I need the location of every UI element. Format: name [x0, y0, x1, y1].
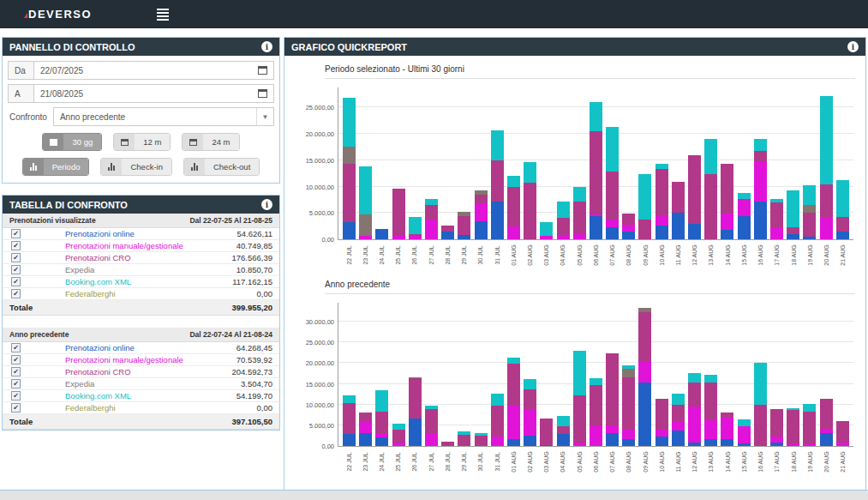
x-tick-label: 31 JUL	[494, 245, 500, 264]
comparison-table-panel: TABELLA DI CONFRONTO Prenotazioni visual…	[2, 195, 280, 431]
bar-11-aug	[672, 303, 685, 446]
section-name: Anno precedente	[9, 330, 69, 339]
bar-segment	[606, 127, 619, 172]
bar-segment	[754, 363, 767, 404]
row-checkbox[interactable]: ✔	[11, 391, 21, 401]
bar-segment	[375, 390, 388, 412]
row-checkbox[interactable]: ✔	[11, 379, 21, 389]
section-period: Dal 22-07-24 Al 21-08-24	[189, 330, 272, 339]
x-tick-label: 25 JUL	[395, 245, 401, 264]
left-column: PANNELLO DI CONTROLLO Da A	[2, 37, 280, 491]
bar-10-aug	[655, 303, 668, 446]
bar-segment	[557, 426, 570, 433]
bar-segment	[475, 203, 488, 220]
row-checkbox[interactable]: ✔	[11, 343, 21, 352]
bar-segment	[590, 378, 602, 384]
bar-14-aug	[721, 87, 733, 239]
table-row: ✔Prenotazioni online64.268,45	[3, 342, 279, 354]
bar-segment	[820, 399, 833, 429]
bar-segment	[770, 443, 783, 446]
bar-20-aug	[820, 87, 833, 239]
bar-segment	[738, 443, 751, 446]
row-checkbox[interactable]: ✔	[11, 277, 21, 286]
calendar-icon[interactable]	[258, 89, 267, 98]
bar-segment	[491, 160, 504, 202]
range-button-24m[interactable]: 24 m	[182, 133, 239, 151]
bar-segment	[688, 373, 701, 383]
calendar-icon	[183, 134, 203, 150]
chevron-down-icon: ▼	[256, 108, 273, 125]
bar-07-aug	[606, 87, 619, 239]
bar-segment	[836, 232, 849, 239]
bar-segment	[590, 131, 602, 214]
row-checkbox[interactable]: ✔	[11, 403, 21, 413]
bar-segment	[704, 375, 717, 383]
x-tick-label: 10 AUG	[658, 244, 664, 266]
row-checkbox[interactable]: ✔	[11, 253, 21, 262]
bar-12-aug	[688, 303, 701, 446]
bar-31-jul	[491, 303, 504, 446]
bar-24-jul	[375, 87, 388, 239]
date-from-input[interactable]	[34, 66, 258, 75]
table-row: ✔Prenotazioni manuale/gestionale40.749,8…	[3, 240, 279, 252]
info-icon[interactable]	[847, 41, 859, 52]
x-tick-label: 12 AUG	[691, 451, 697, 473]
compare-select[interactable]: Anno precedente ▼	[53, 107, 274, 126]
brand-text: DEVERSO	[28, 8, 92, 21]
x-tick-label: 03 AUG	[543, 244, 549, 266]
bar-segment	[557, 434, 570, 446]
x-tick-label: 13 AUG	[708, 244, 714, 266]
calendar-icon[interactable]	[258, 66, 267, 75]
table-row: ✔Federalberghi0,00	[3, 402, 279, 414]
compare-row: Confronto Anno precedente ▼	[8, 107, 274, 126]
bar-segment	[622, 214, 635, 225]
bar-segment	[770, 202, 783, 228]
x-tick-label: 02 AUG	[527, 244, 533, 266]
bar-08-aug	[622, 87, 635, 239]
bar-segment	[359, 422, 372, 434]
bar-01-aug	[507, 303, 520, 446]
x-tick-label: 04 AUG	[560, 244, 566, 266]
bar-segment	[524, 162, 536, 182]
bar-segment	[622, 232, 635, 239]
table-row: ✔Booking.com XML54.199,70	[3, 390, 279, 402]
row-checkbox[interactable]: ✔	[11, 265, 21, 274]
total-label: Totale	[9, 417, 33, 426]
bar-05-aug	[573, 303, 586, 446]
bar-07-aug	[606, 303, 619, 446]
table-section-header: Prenotazioni visualizzateDal 22-07-25 Al…	[3, 214, 279, 228]
bar-segment	[803, 412, 816, 443]
info-icon[interactable]	[261, 41, 272, 52]
range-button-12m[interactable]: 12 m	[113, 133, 171, 151]
x-tick-label: 31 JUL	[494, 452, 500, 471]
mode-button-checkin[interactable]: Check-in	[100, 158, 172, 176]
row-checkbox[interactable]: ✔	[11, 289, 21, 298]
row-checkbox[interactable]: ✔	[11, 355, 21, 364]
range-button-30gg[interactable]: 30 gg	[42, 133, 102, 151]
row-value: 204.592,73	[231, 367, 272, 377]
bar-04-aug	[557, 87, 570, 239]
x-tick-label: 22 JUL	[345, 452, 351, 471]
chart-title: Anno precedente	[325, 280, 855, 294]
bar-29-jul	[458, 303, 470, 446]
compare-label: Confronto	[8, 107, 53, 126]
comparison-table: Prenotazioni visualizzateDal 22-07-25 Al…	[3, 214, 279, 430]
x-tick-label: 07 AUG	[609, 244, 615, 266]
mode-button-checkout[interactable]: Check-out	[183, 158, 260, 176]
bar-segment	[343, 395, 356, 403]
bar-segment	[359, 166, 372, 215]
menu-hamburger-icon[interactable]	[153, 3, 172, 26]
row-checkbox[interactable]: ✔	[11, 241, 21, 250]
table-row: ✔Federalberghi0,00	[3, 288, 279, 300]
bar-segment	[738, 426, 751, 443]
date-to-input[interactable]	[34, 89, 258, 99]
mode-button-periodo[interactable]: Periodo	[22, 158, 90, 176]
row-checkbox[interactable]: ✔	[11, 367, 21, 377]
bar-segment	[524, 379, 536, 390]
info-icon[interactable]	[261, 199, 272, 210]
bar-segment	[573, 443, 586, 446]
bar-segment	[638, 383, 651, 446]
bar-segment	[787, 234, 799, 239]
row-checkbox[interactable]: ✔	[11, 229, 21, 238]
x-tick-label: 07 AUG	[609, 451, 615, 473]
